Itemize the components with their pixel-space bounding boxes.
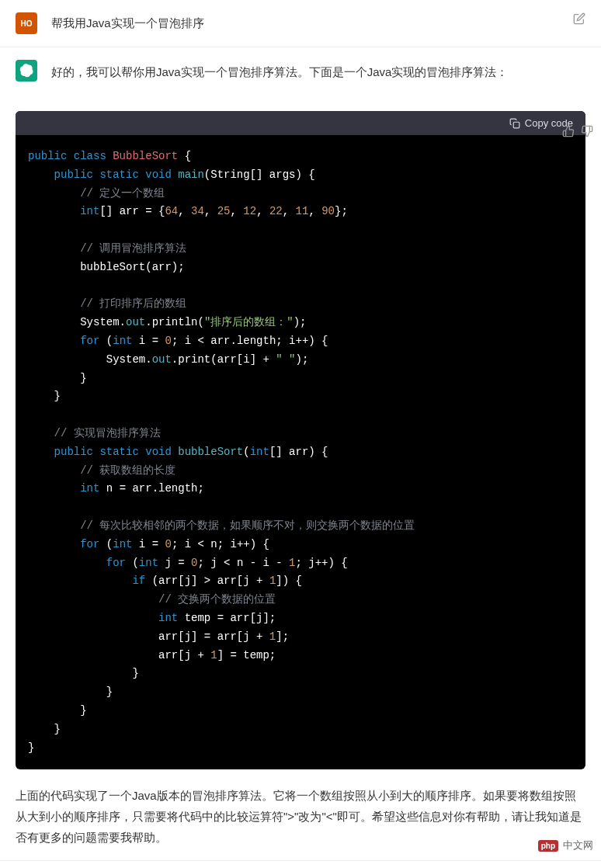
assistant-intro-text: 好的，我可以帮你用Java实现一个冒泡排序算法。下面是一个Java实现的冒泡排序… [51,60,585,82]
assistant-message: 好的，我可以帮你用Java实现一个冒泡排序算法。下面是一个Java实现的冒泡排序… [0,47,601,861]
feedback-buttons [562,125,593,141]
svg-rect-0 [513,122,519,128]
watermark-badge: php [538,840,558,852]
code-content[interactable]: public class BubbleSort { public static … [16,135,585,769]
user-message: HO 帮我用Java实现一个冒泡排序 [0,0,601,47]
assistant-conclusion-text: 上面的代码实现了一个Java版本的冒泡排序算法。它将一个数组按照从小到大的顺序排… [16,785,585,848]
code-header: Copy code [16,111,585,135]
code-block: Copy code public class BubbleSort { publ… [16,111,585,769]
user-avatar: HO [16,12,37,34]
thumbs-down-icon[interactable] [581,125,593,141]
thumbs-up-icon[interactable] [562,125,575,141]
clipboard-icon [509,118,520,129]
assistant-avatar [16,60,37,82]
user-message-text: 帮我用Java实现一个冒泡排序 [51,12,585,34]
watermark: php 中文网 [538,838,593,852]
watermark-text: 中文网 [563,838,593,852]
edit-icon[interactable] [573,12,585,28]
